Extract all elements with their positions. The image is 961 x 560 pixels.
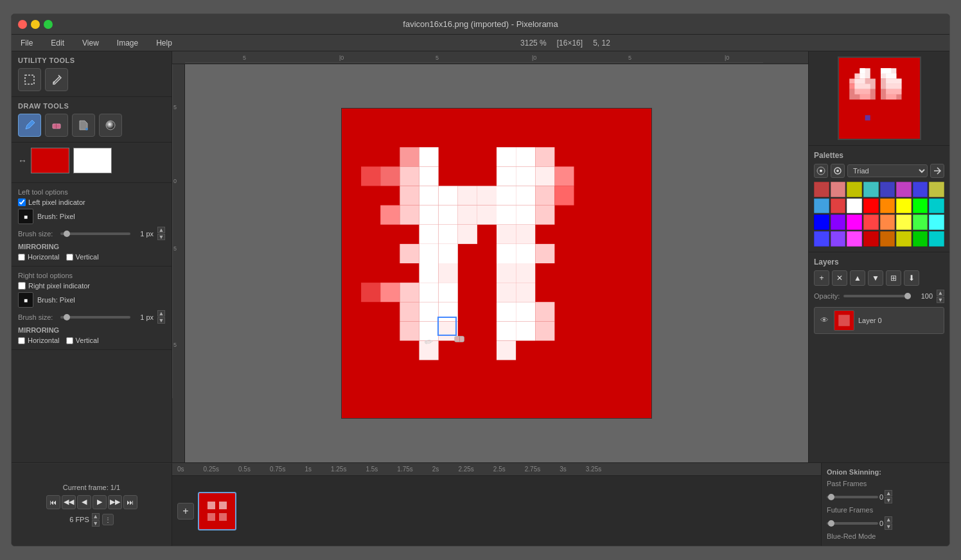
- play-next-button[interactable]: ▶▶: [108, 495, 122, 509]
- left-pixel-indicator-label[interactable]: Left pixel indicator: [18, 198, 85, 206]
- menu-file[interactable]: File: [17, 37, 37, 49]
- palette-color-11[interactable]: [847, 198, 862, 214]
- right-brush-up[interactable]: ▲: [157, 310, 165, 317]
- delete-layer-button[interactable]: ✕: [832, 270, 847, 286]
- pencil-tool[interactable]: [18, 114, 41, 137]
- right-pixel-indicator-checkbox[interactable]: [18, 282, 26, 290]
- right-mirror-vertical[interactable]: Vertical: [66, 337, 99, 344]
- play-last-button[interactable]: ⏭: [123, 495, 137, 509]
- palette-color-13[interactable]: [880, 198, 895, 214]
- palette-color-22[interactable]: [896, 214, 912, 230]
- palette-color-15[interactable]: [913, 198, 928, 214]
- add-frame-button[interactable]: +: [177, 503, 194, 520]
- minimize-button[interactable]: [31, 20, 40, 29]
- past-frames-down[interactable]: ▼: [885, 497, 892, 503]
- palette-dropdown[interactable]: Triad: [847, 164, 928, 177]
- past-frames-up[interactable]: ▲: [885, 490, 892, 496]
- palette-color-1[interactable]: [814, 182, 829, 197]
- palette-color-17[interactable]: [814, 214, 829, 230]
- shading-tool[interactable]: [99, 114, 122, 137]
- palette-color-6[interactable]: [896, 182, 912, 197]
- palette-color-9[interactable]: [814, 198, 829, 214]
- opacity-up[interactable]: ▲: [937, 290, 944, 296]
- layer-0-visibility[interactable]: 👁: [818, 315, 830, 326]
- duplicate-layer-button[interactable]: ⊞: [886, 270, 901, 286]
- palette-color-3[interactable]: [847, 182, 862, 197]
- move-layer-up-button[interactable]: ▲: [850, 270, 865, 286]
- merge-layer-button[interactable]: ⬇: [904, 270, 919, 286]
- eraser-tool[interactable]: [45, 114, 68, 137]
- foreground-color[interactable]: [31, 148, 69, 173]
- palette-color-2[interactable]: [831, 182, 846, 197]
- palette-color-14[interactable]: [896, 198, 912, 214]
- palette-color-21[interactable]: [880, 214, 895, 230]
- palette-settings-button[interactable]: [831, 164, 845, 178]
- palette-color-4[interactable]: [863, 182, 879, 197]
- pixel-canvas[interactable]: [341, 108, 652, 419]
- left-brush-down[interactable]: ▼: [157, 234, 165, 240]
- right-brush-down[interactable]: ▼: [157, 317, 165, 324]
- close-button[interactable]: [18, 20, 27, 29]
- palette-color-25[interactable]: [814, 231, 829, 247]
- future-frames-slider[interactable]: [827, 522, 878, 525]
- palette-color-18[interactable]: [831, 214, 846, 230]
- left-brush-slider[interactable]: [60, 232, 130, 235]
- palette-color-12[interactable]: [863, 198, 879, 214]
- marquee-tool[interactable]: [18, 68, 41, 91]
- menu-view[interactable]: View: [78, 37, 103, 49]
- play-button[interactable]: ▶: [93, 495, 107, 509]
- move-layer-down-button[interactable]: ▼: [868, 270, 883, 286]
- future-frames-up[interactable]: ▲: [885, 516, 892, 523]
- left-pixel-indicator-checkbox[interactable]: [18, 198, 26, 206]
- palette-color-28[interactable]: [863, 231, 879, 247]
- palette-color-29[interactable]: [880, 231, 895, 247]
- canvas-scroll[interactable]: ✏: [185, 64, 808, 462]
- fps-up[interactable]: ▲: [92, 513, 100, 520]
- swap-colors-button[interactable]: ↔: [18, 155, 27, 166]
- fps-down[interactable]: ▼: [92, 520, 100, 527]
- opacity-spinner[interactable]: ▲ ▼: [937, 290, 944, 303]
- left-mirror-horizontal[interactable]: Horizontal: [18, 253, 60, 261]
- past-frames-slider[interactable]: [827, 496, 878, 498]
- right-pixel-indicator-label[interactable]: Right pixel indicator: [18, 282, 90, 290]
- palette-color-20[interactable]: [863, 214, 879, 230]
- left-brush-icon[interactable]: ■: [18, 209, 33, 224]
- palette-color-7[interactable]: [913, 182, 928, 197]
- right-mirror-horizontal[interactable]: Horizontal: [18, 337, 60, 344]
- add-layer-button[interactable]: +: [814, 270, 829, 286]
- palette-color-26[interactable]: [831, 231, 846, 247]
- eyedropper-tool[interactable]: [45, 68, 68, 91]
- fps-spinner[interactable]: ▲ ▼: [92, 513, 100, 527]
- fill-tool[interactable]: [72, 114, 95, 137]
- opacity-down[interactable]: ▼: [937, 297, 944, 303]
- left-brush-up[interactable]: ▲: [157, 227, 165, 233]
- left-mirror-vertical[interactable]: Vertical: [66, 253, 99, 261]
- background-color[interactable]: [73, 148, 112, 173]
- palette-more-button[interactable]: [930, 164, 944, 178]
- past-frames-spin-btns[interactable]: ▲ ▼: [885, 490, 892, 503]
- menu-image[interactable]: Image: [113, 37, 142, 49]
- palette-color-5[interactable]: [880, 182, 895, 197]
- left-brush-spinner[interactable]: ▲ ▼: [157, 227, 165, 240]
- frame-1-thumb[interactable]: [198, 492, 236, 530]
- palette-add-button[interactable]: [814, 164, 828, 178]
- palette-color-8[interactable]: [929, 182, 944, 197]
- palette-color-16[interactable]: [929, 198, 944, 214]
- palette-color-23[interactable]: [913, 214, 928, 230]
- palette-color-10[interactable]: [831, 198, 846, 214]
- menu-edit[interactable]: Edit: [47, 37, 68, 49]
- opacity-slider[interactable]: [843, 295, 911, 297]
- palette-color-27[interactable]: [847, 231, 862, 247]
- palette-color-19[interactable]: [847, 214, 862, 230]
- play-prev-button[interactable]: ◀: [77, 495, 91, 509]
- palette-color-30[interactable]: [896, 231, 912, 247]
- play-prev-loop-button[interactable]: ◀◀: [62, 495, 76, 509]
- menu-help[interactable]: Help: [152, 37, 176, 49]
- future-frames-down[interactable]: ▼: [885, 523, 892, 530]
- right-brush-icon[interactable]: ■: [18, 292, 33, 308]
- maximize-button[interactable]: [44, 20, 53, 29]
- future-frames-spin-btns[interactable]: ▲ ▼: [885, 516, 892, 530]
- right-brush-slider[interactable]: [60, 316, 130, 319]
- play-first-button[interactable]: ⏮: [46, 495, 60, 509]
- palette-color-32[interactable]: [929, 231, 944, 247]
